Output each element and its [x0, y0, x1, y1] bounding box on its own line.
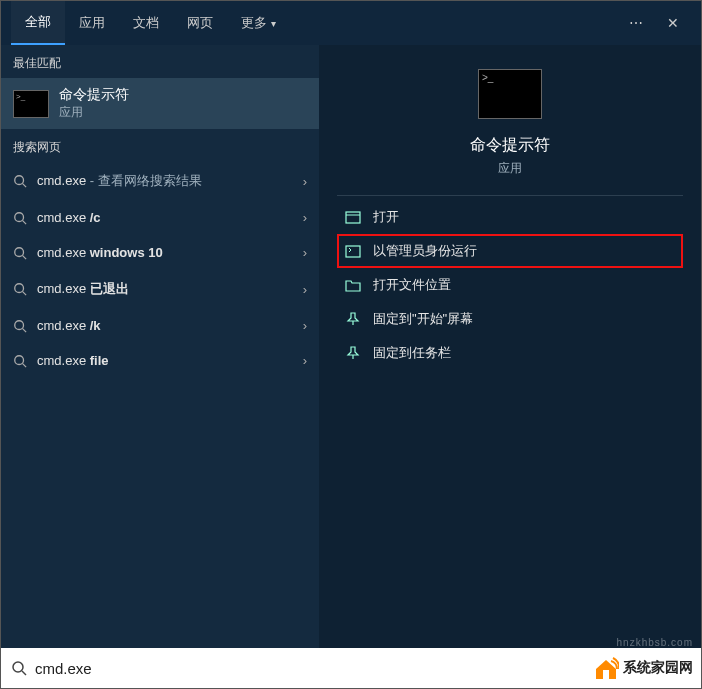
chevron-right-icon: › [303, 318, 307, 333]
web-result-3[interactable]: cmd.exe 已退出 › [1, 270, 319, 308]
chevron-down-icon: ▾ [271, 18, 276, 29]
searchweb-header: 搜索网页 [1, 129, 319, 162]
filter-tabs: 全部 应用 文档 网页 更多▾ [11, 1, 290, 45]
tab-all[interactable]: 全部 [11, 1, 65, 45]
chevron-right-icon: › [303, 210, 307, 225]
svg-line-3 [23, 220, 27, 224]
chevron-right-icon: › [303, 353, 307, 368]
svg-rect-18 [603, 670, 609, 679]
bestmatch-title: 命令提示符 [59, 86, 129, 104]
search-icon [13, 354, 27, 368]
results-pane: 最佳匹配 命令提示符 应用 搜索网页 cmd.exe - 查看网络搜索结果 › … [1, 45, 319, 648]
tab-docs[interactable]: 文档 [119, 1, 173, 45]
pin-taskbar-icon [345, 346, 361, 360]
pin-start-icon [345, 312, 361, 326]
cmd-icon [13, 90, 49, 118]
action-open-file-location[interactable]: 打开文件位置 [337, 268, 683, 302]
web-result-2[interactable]: cmd.exe windows 10 › [1, 235, 319, 270]
action-run-as-admin[interactable]: 以管理员身份运行 [337, 234, 683, 268]
svg-line-1 [23, 184, 27, 188]
chevron-right-icon: › [303, 282, 307, 297]
svg-point-4 [15, 247, 24, 256]
web-result-4[interactable]: cmd.exe /k › [1, 308, 319, 343]
close-button[interactable]: ✕ [655, 15, 691, 31]
search-icon [13, 211, 27, 225]
cmd-preview-icon [478, 69, 542, 119]
admin-icon [345, 244, 361, 258]
bestmatch-item[interactable]: 命令提示符 应用 [1, 78, 319, 129]
preview-subtitle: 应用 [498, 160, 522, 177]
web-result-0[interactable]: cmd.exe - 查看网络搜索结果 › [1, 162, 319, 200]
search-icon [13, 282, 27, 296]
web-result-1[interactable]: cmd.exe /c › [1, 200, 319, 235]
open-icon [345, 210, 361, 224]
preview-title: 命令提示符 [470, 135, 550, 156]
svg-point-6 [15, 284, 24, 293]
site-brand: 系统家园网 [589, 648, 701, 688]
chevron-right-icon: › [303, 174, 307, 189]
watermark: hnzkhbsb.com [617, 637, 693, 648]
svg-point-16 [13, 662, 23, 672]
bottom-bar: 系统家园网 [1, 648, 701, 688]
search-box[interactable] [1, 648, 589, 688]
search-icon [11, 660, 27, 676]
tab-more[interactable]: 更多▾ [227, 1, 290, 45]
bestmatch-header: 最佳匹配 [1, 45, 319, 78]
chevron-right-icon: › [303, 245, 307, 260]
svg-line-9 [23, 328, 27, 332]
search-icon [13, 246, 27, 260]
divider [337, 195, 683, 196]
top-bar: 全部 应用 文档 网页 更多▾ ⋯ ✕ [1, 1, 701, 45]
svg-point-2 [15, 212, 24, 221]
svg-rect-12 [346, 212, 360, 223]
action-open[interactable]: 打开 [337, 200, 683, 234]
web-result-5[interactable]: cmd.exe file › [1, 343, 319, 378]
brand-logo-icon [593, 655, 619, 681]
action-pin-start[interactable]: 固定到"开始"屏幕 [337, 302, 683, 336]
bestmatch-subtitle: 应用 [59, 104, 129, 121]
more-options-button[interactable]: ⋯ [617, 15, 655, 31]
svg-line-7 [23, 292, 27, 296]
main-area: 最佳匹配 命令提示符 应用 搜索网页 cmd.exe - 查看网络搜索结果 › … [1, 45, 701, 648]
svg-point-10 [15, 355, 24, 364]
tab-apps[interactable]: 应用 [65, 1, 119, 45]
svg-point-0 [15, 176, 24, 185]
search-icon [13, 319, 27, 333]
svg-point-8 [15, 320, 24, 329]
folder-icon [345, 278, 361, 292]
svg-rect-14 [346, 246, 360, 257]
search-icon [13, 174, 27, 188]
search-input[interactable] [35, 660, 579, 677]
preview-pane: 命令提示符 应用 打开 以管理员身份运行 打开文件位置 固定到"开始"屏幕 [319, 45, 701, 648]
tab-web[interactable]: 网页 [173, 1, 227, 45]
svg-line-11 [23, 363, 27, 367]
action-pin-taskbar[interactable]: 固定到任务栏 [337, 336, 683, 370]
svg-line-17 [22, 671, 26, 675]
svg-line-5 [23, 255, 27, 259]
